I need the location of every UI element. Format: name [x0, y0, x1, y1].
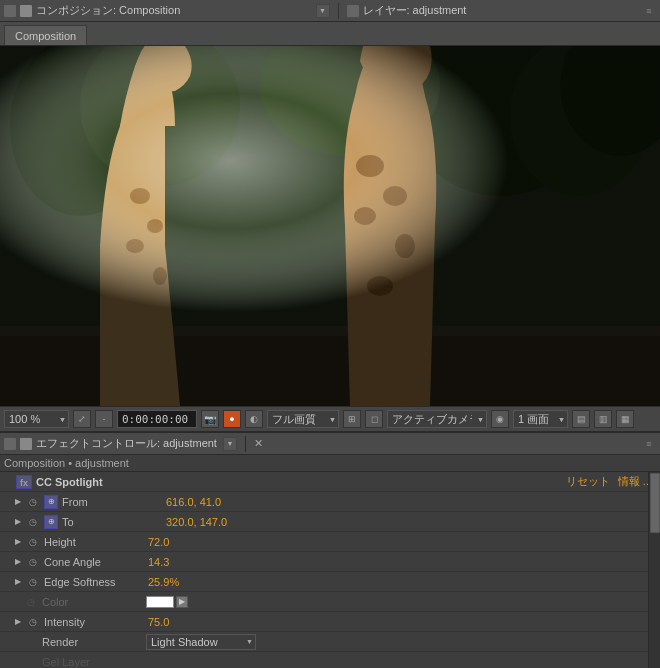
layout2-btn[interactable]: ▥: [594, 410, 612, 428]
cone-angle-value[interactable]: 14.3: [148, 556, 169, 568]
gel-icon: [24, 655, 38, 669]
render-row: Render Light Shadow ▼: [0, 632, 660, 652]
cc-spotlight-header-row: fx CC Spotlight リセット 情報 ...: [0, 472, 660, 492]
from-coord-btn[interactable]: ⊕: [44, 495, 58, 509]
quality-dropdown[interactable]: フル画質: [267, 410, 339, 428]
zoom-dropdown[interactable]: 100 %: [4, 410, 69, 428]
render-dropdown[interactable]: Light Shadow: [146, 634, 256, 650]
header-divider: [245, 436, 246, 452]
panel-menu-btn[interactable]: ▼: [223, 437, 237, 451]
top-panel-bar: コンポジション: Composition ▼ レイヤー: adjustment …: [0, 0, 660, 22]
render-label: Render: [42, 636, 142, 648]
panel-icons-group: ≡: [642, 4, 656, 18]
fx-badge[interactable]: fx: [16, 475, 32, 489]
layout1-btn[interactable]: ▤: [572, 410, 590, 428]
to-timer-icon: ◷: [26, 515, 40, 529]
eye-btn[interactable]: ◉: [491, 410, 509, 428]
view-dropdown-wrap[interactable]: 1 画面 ▼: [513, 410, 568, 428]
composition-panel-title: コンポジション: Composition: [36, 3, 312, 18]
height-timer-icon: ◷: [26, 535, 40, 549]
effect-name-label: CC Spotlight: [36, 476, 136, 488]
to-coord-btn[interactable]: ⊕: [44, 515, 58, 529]
effect-panel-title: エフェクトコントロール: adjustment: [36, 436, 217, 451]
timecode-input[interactable]: [117, 410, 197, 428]
gel-layer-row: Gel Layer: [0, 652, 660, 668]
layout3-btn[interactable]: ▦: [616, 410, 634, 428]
scene-svg: [0, 46, 660, 406]
to-row: ▶ ◷ ⊕ To 320.0, 147.0: [0, 512, 660, 532]
intensity-value[interactable]: 75.0: [148, 616, 169, 628]
panel-close-btn[interactable]: ✕: [254, 437, 263, 450]
fit-frame-btn[interactable]: ⤢: [73, 410, 91, 428]
cone-angle-label: Cone Angle: [44, 556, 144, 568]
render-dropdown-wrap[interactable]: Light Shadow ▼: [146, 634, 256, 650]
gel-layer-label: Gel Layer: [42, 656, 142, 668]
preview-canvas: [0, 46, 660, 406]
quality-dropdown-wrap[interactable]: フル画質 ▼: [267, 410, 339, 428]
mask-btn[interactable]: ◻: [365, 410, 383, 428]
intensity-timer-icon: ◷: [26, 615, 40, 629]
cone-timer-icon: ◷: [26, 555, 40, 569]
edge-expand[interactable]: ▶: [12, 576, 24, 588]
controls-bar: 100 % ▼ ⤢ - 📷 ● ◐ フル画質 ▼ ⊞ ◻ アクティブカメラ ▼ …: [0, 406, 660, 432]
color-row: ◷ Color ▶: [0, 592, 660, 612]
panel-icon-1: [4, 5, 16, 17]
layer-panel-icon: [347, 5, 359, 17]
scrollbar-thumb[interactable]: [650, 473, 660, 533]
intensity-label: Intensity: [44, 616, 144, 628]
edge-softness-value[interactable]: 25.9%: [148, 576, 179, 588]
color-label: Color: [42, 596, 142, 608]
intensity-row: ▶ ◷ Intensity 75.0: [0, 612, 660, 632]
from-value[interactable]: 616.0, 41.0: [166, 496, 221, 508]
effect-panel-subtitle: Composition • adjustment: [0, 455, 660, 472]
panel-divider: [338, 3, 339, 19]
render-icon: [24, 635, 38, 649]
menu-icon[interactable]: ≡: [642, 4, 656, 18]
camera-dropdown-wrap[interactable]: アクティブカメラ ▼: [387, 410, 487, 428]
effect-panel-header: エフェクトコントロール: adjustment ▼ ✕ ≡: [0, 433, 660, 455]
height-expand[interactable]: ▶: [12, 536, 24, 548]
panel-icon-2: [20, 5, 32, 17]
to-label: To: [62, 516, 162, 528]
view-dropdown[interactable]: 1 画面: [513, 410, 568, 428]
intensity-expand[interactable]: ▶: [12, 616, 24, 628]
from-row: ▶ ◷ ⊕ From 616.0, 41.0: [0, 492, 660, 512]
edge-timer-icon: ◷: [26, 575, 40, 589]
cone-angle-row: ▶ ◷ Cone Angle 14.3: [0, 552, 660, 572]
svg-rect-22: [0, 46, 660, 406]
height-value[interactable]: 72.0: [148, 536, 169, 548]
panel-icon: [4, 438, 16, 450]
color-arrow-btn[interactable]: ▶: [176, 596, 188, 608]
cone-expand[interactable]: ▶: [12, 556, 24, 568]
preview-area: [0, 46, 660, 406]
color-swatch[interactable]: [146, 596, 174, 608]
color-btn[interactable]: ●: [223, 410, 241, 428]
scrollbar-track[interactable]: [648, 472, 660, 668]
zoom-out-btn[interactable]: -: [95, 410, 113, 428]
edge-softness-label: Edge Softness: [44, 576, 144, 588]
effect-rows-container: fx CC Spotlight リセット 情報 ... ▶ ◷ ⊕ From 6…: [0, 472, 660, 668]
camera-icon-btn[interactable]: 📷: [201, 410, 219, 428]
grid-btn[interactable]: ⊞: [343, 410, 361, 428]
composition-panel-menu[interactable]: ▼: [316, 4, 330, 18]
reset-btn[interactable]: リセット: [566, 474, 618, 489]
panel-settings-icon[interactable]: ≡: [642, 437, 656, 451]
tabs-row: Composition: [0, 22, 660, 46]
composition-tab[interactable]: Composition: [4, 25, 87, 45]
to-expand[interactable]: ▶: [12, 516, 24, 528]
height-row: ▶ ◷ Height 72.0: [0, 532, 660, 552]
layer-panel-title: レイヤー: adjustment: [363, 3, 639, 18]
panel-icon2: [20, 438, 32, 450]
zoom-dropdown-wrap[interactable]: 100 % ▼: [4, 410, 69, 428]
edge-softness-row: ▶ ◷ Edge Softness 25.9%: [0, 572, 660, 592]
height-label: Height: [44, 536, 144, 548]
camera-dropdown[interactable]: アクティブカメラ: [387, 410, 487, 428]
from-expand[interactable]: ▶: [12, 496, 24, 508]
effect-controls-panel: エフェクトコントロール: adjustment ▼ ✕ ≡ Compositio…: [0, 432, 660, 668]
color-timer-icon: ◷: [24, 595, 38, 609]
cycle-btn[interactable]: ◐: [245, 410, 263, 428]
to-value[interactable]: 320.0, 147.0: [166, 516, 227, 528]
from-label: From: [62, 496, 162, 508]
from-timer-icon: ◷: [26, 495, 40, 509]
